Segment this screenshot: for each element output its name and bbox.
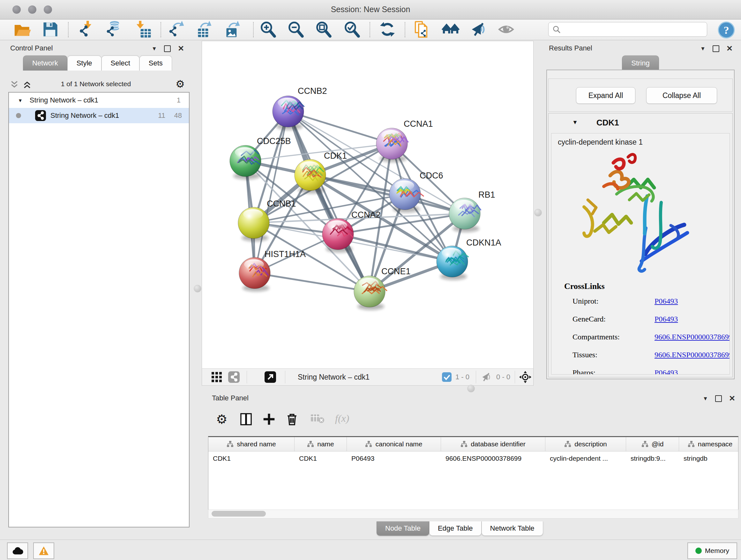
table-cell[interactable]: stringdb:9... <box>626 451 679 465</box>
crosslink-link[interactable]: P06493 <box>655 297 678 306</box>
crosslink-link[interactable]: P06493 <box>655 315 678 323</box>
column-header--id[interactable]: @id <box>626 437 679 451</box>
table-cell[interactable]: 9606.ENSP00000378699 <box>441 451 545 465</box>
crosslink-link[interactable]: 9606.ENSP00000378699 <box>655 333 730 341</box>
node-label-CCNB2: CCNB2 <box>298 86 327 96</box>
network-tree-row[interactable]: ▼String Network – cdk11 <box>9 92 189 108</box>
table-cell[interactable]: CDK1 <box>294 451 347 465</box>
open-in-window-icon[interactable] <box>265 371 276 383</box>
refresh-icon[interactable] <box>379 20 396 38</box>
tab-sets[interactable]: Sets <box>139 56 172 71</box>
cloud-button[interactable] <box>7 543 28 559</box>
bottom-splitter-grip[interactable] <box>467 385 475 392</box>
add-column-icon[interactable] <box>262 412 276 427</box>
import-network-db-icon[interactable] <box>105 20 122 38</box>
hidden-eye-icon[interactable] <box>480 371 492 383</box>
node-CDK1[interactable] <box>294 159 326 193</box>
node-CCNB1[interactable] <box>238 207 269 241</box>
zoom-in-icon[interactable] <box>259 20 277 38</box>
panel-close-icon[interactable]: ✕ <box>726 45 733 52</box>
export-table-icon[interactable] <box>194 20 212 38</box>
table-cell[interactable]: P06493 <box>347 451 441 465</box>
expand-all-button[interactable]: Expand All <box>576 87 635 104</box>
node-label-CCNA2: CCNA2 <box>351 210 381 220</box>
import-table-icon[interactable] <box>134 20 151 38</box>
tab-network-table[interactable]: Network Table <box>482 521 543 536</box>
node-CDKN1A[interactable] <box>436 246 468 280</box>
gear-icon[interactable]: ⚙ <box>176 78 185 90</box>
zoom-out-icon[interactable] <box>287 20 305 38</box>
network-share-icon[interactable] <box>228 371 240 383</box>
node-table[interactable]: shared namenamecanonical namedatabase id… <box>208 436 738 510</box>
table-cell[interactable]: cyclin-dependent ... <box>545 451 626 465</box>
eye-icon[interactable] <box>497 20 515 38</box>
panel-close-icon[interactable]: ✕ <box>729 395 735 402</box>
birds-eye-view-icon[interactable] <box>211 371 222 383</box>
left-splitter-grip[interactable] <box>194 285 201 293</box>
tab-style[interactable]: Style <box>67 56 102 71</box>
table-cell[interactable]: CDK1 <box>208 451 294 465</box>
homes-icon[interactable] <box>442 20 460 38</box>
edge-CCNB2-CCNA1[interactable] <box>288 111 392 144</box>
node-CDC6[interactable] <box>389 179 423 212</box>
memory-button[interactable]: Memory <box>687 543 737 559</box>
section-collapse-icon[interactable]: ▼ <box>572 119 578 126</box>
show-columns-icon[interactable] <box>239 412 253 427</box>
tab-node-table[interactable]: Node Table <box>377 521 429 536</box>
save-icon[interactable] <box>42 20 59 38</box>
column-header-database-identifier[interactable]: database identifier <box>441 437 545 451</box>
table-settings-gear-icon[interactable]: ⚙ <box>214 412 229 427</box>
node-HIST1H1A[interactable] <box>239 257 270 292</box>
tab-network[interactable]: Network <box>23 56 67 71</box>
panel-float-icon[interactable] <box>713 45 719 52</box>
panel-float-icon[interactable] <box>164 45 171 52</box>
column-header-description[interactable]: description <box>545 437 626 451</box>
table-h-scrollbar[interactable] <box>208 509 738 518</box>
tab-edge-table[interactable]: Edge Table <box>429 521 482 536</box>
panel-close-icon[interactable]: ✕ <box>178 45 184 52</box>
column-header-name[interactable]: name <box>294 437 347 451</box>
export-network-icon[interactable] <box>167 20 185 38</box>
export-image-icon[interactable] <box>223 20 241 38</box>
tree-expander-icon[interactable]: ▼ <box>18 98 23 103</box>
scrollbar-thumb[interactable] <box>212 511 266 516</box>
zoom-selected-icon[interactable] <box>343 20 361 38</box>
open-folder-icon[interactable] <box>13 20 31 38</box>
node-CDC25B[interactable] <box>230 145 261 179</box>
panel-menu-icon[interactable]: ▼ <box>151 46 157 51</box>
network-tree-row[interactable]: String Network – cdk11148 <box>9 108 189 123</box>
table-cell[interactable]: stringdb <box>679 451 738 465</box>
node-CCNA1[interactable] <box>376 128 408 162</box>
import-network-icon[interactable] <box>77 20 95 38</box>
collapse-all-button[interactable]: Collapse All <box>646 87 717 104</box>
help-button[interactable]: ? <box>718 21 735 39</box>
column-header-canonical-name[interactable]: canonical name <box>347 437 441 451</box>
cloud-icon <box>12 547 23 555</box>
share-document-icon[interactable] <box>413 20 431 38</box>
zoom-fit-icon[interactable] <box>315 20 333 38</box>
column-header-namespace[interactable]: namespace <box>679 437 738 451</box>
panel-menu-icon[interactable]: ▼ <box>700 46 705 51</box>
network-canvas[interactable]: CCNB2CCNA1CDC25BCDK1CDC6RB1CCNB1CCNA2CDK… <box>202 41 533 368</box>
panel-float-icon[interactable] <box>715 395 722 402</box>
tab-string[interactable]: String <box>622 56 659 71</box>
node-RB1[interactable] <box>449 198 481 232</box>
delete-column-icon[interactable] <box>285 412 299 427</box>
right-splitter-grip[interactable] <box>534 209 542 216</box>
network-selected-status: 1 of 1 Network selected <box>3 80 189 88</box>
search-input[interactable] <box>564 23 702 35</box>
cdk1-section-header[interactable]: ▼ CDK1 <box>549 113 732 133</box>
edge-CCNB2-HIST1H1A[interactable] <box>255 111 288 273</box>
crosslink-link[interactable]: P06493 <box>655 368 678 374</box>
column-header-shared-name[interactable]: shared name <box>208 437 294 451</box>
tab-select[interactable]: Select <box>102 56 139 71</box>
table-row[interactable]: CDK1CDK1P064939606.ENSP00000378699cyclin… <box>208 451 738 465</box>
eye-crossed-icon[interactable] <box>469 20 487 38</box>
fit-selected-icon[interactable] <box>519 370 532 384</box>
panel-menu-icon[interactable]: ▼ <box>703 396 708 401</box>
crosslink-link[interactable]: 9606.ENSP00000378699 <box>655 351 730 359</box>
selected-checkbox-icon[interactable] <box>442 372 452 382</box>
toolbar-separator <box>369 22 370 37</box>
warnings-button[interactable] <box>33 543 54 559</box>
crosslink-row: Tissues:9606.ENSP00000378699 <box>572 351 597 359</box>
